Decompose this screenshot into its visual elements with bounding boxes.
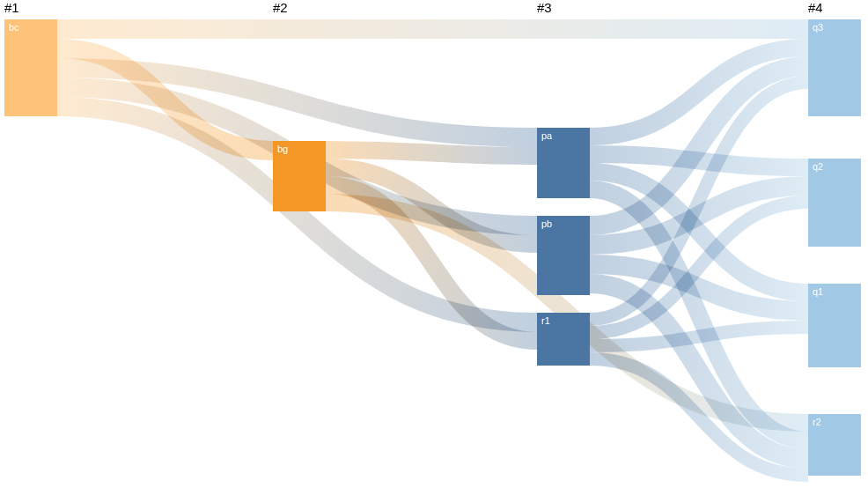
node-label-q1: q1: [813, 286, 823, 297]
node-label-bg: bg: [277, 144, 288, 154]
column-label-3: #3: [537, 0, 552, 15]
node-label-q3: q3: [813, 22, 823, 33]
node-label-pa: pa: [541, 130, 553, 141]
node-bc[interactable]: [4, 19, 57, 116]
node-label-r2: r2: [813, 417, 821, 427]
node-label-bc: bc: [9, 22, 19, 33]
link-bg-pa: [326, 150, 537, 156]
sankey-chart: bcbgpapbr1q3q2q1r2#1#2#3#4: [0, 0, 868, 488]
column-label-2: #2: [273, 0, 288, 15]
node-q3[interactable]: [808, 19, 861, 116]
column-label-4: #4: [808, 0, 823, 15]
node-label-r1: r1: [541, 315, 550, 326]
links-layer: [57, 29, 808, 476]
column-label-1: #1: [4, 0, 19, 15]
node-label-pb: pb: [541, 218, 552, 229]
node-label-q2: q2: [813, 161, 823, 172]
labels-layer: #1#2#3#4: [4, 0, 823, 15]
node-q2[interactable]: [808, 159, 861, 247]
link-bc-pa: [57, 68, 537, 137]
